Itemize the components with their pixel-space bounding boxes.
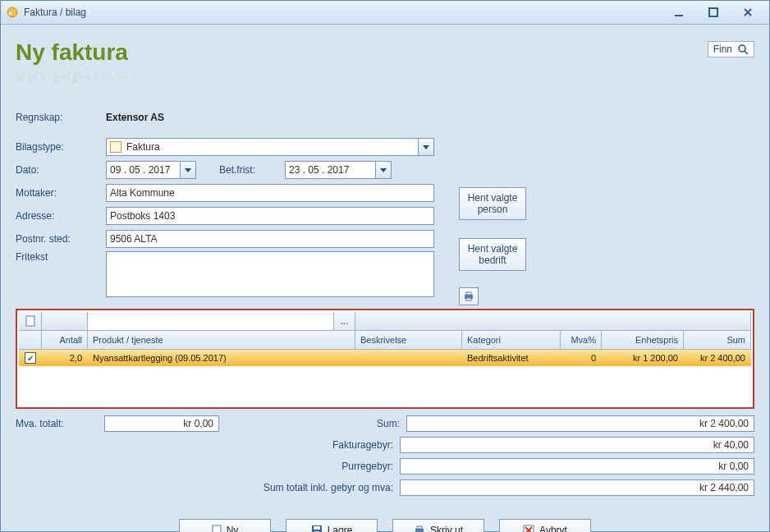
titlebar: Faktura / bilag [1,1,769,25]
chevron-down-icon [180,162,195,178]
betfrist-value: 23 . 05 . 2017 [289,164,349,176]
fritekst-label: Fritekst [16,251,106,263]
minimize-button[interactable] [669,5,689,20]
client-area: Finn Ny faktura Ny faktura Regnskap: Ext… [1,25,769,532]
grid-search-input[interactable] [88,312,334,330]
hent-person-button[interactable]: Hent valgte person [459,187,526,220]
col-produkt[interactable]: Produkt / tjeneste [88,331,355,349]
dato-label: Dato: [16,164,106,176]
purregebyr-label: Purregebyr: [213,461,400,472]
svg-rect-2 [709,8,717,16]
cell-sum: kr 2 400,00 [684,353,751,363]
cell-kategori: Bedriftsaktivitet [462,353,561,363]
grid-toolbar: ... [19,312,751,331]
svg-line-4 [745,51,748,54]
maximize-button[interactable] [704,5,723,20]
document-icon [110,141,121,153]
fakturagebyr-label: Fakturagebyr: [213,439,400,451]
svg-rect-13 [415,529,424,532]
cell-enhetspris: kr 1 200,00 [602,353,684,363]
printer-icon [463,291,474,301]
svg-rect-11 [314,526,320,530]
print-icon-button[interactable] [459,287,479,305]
avbryt-button[interactable]: Avbryt [499,519,591,532]
col-sum[interactable]: Sum [684,331,751,349]
col-mva[interactable]: Mva% [561,331,602,349]
svg-rect-6 [466,292,471,295]
sum-value: kr 2 400,00 [406,415,754,432]
grand-total-value: kr 2 440,00 [400,479,754,496]
svg-rect-7 [466,298,471,300]
svg-rect-14 [417,526,422,529]
mva-totalt-label: Mva. totalt: [16,418,104,429]
form: Regnskap: Extensor AS Bilagstype: Faktur… [16,107,754,297]
ny-button[interactable]: Ny [179,519,271,532]
svg-rect-8 [26,316,34,326]
cancel-icon [523,525,534,532]
dato-input[interactable]: 09 . 05 . 2017 [106,161,196,179]
printer-icon [414,525,425,532]
grid-browse-button[interactable]: ... [334,312,355,330]
table-row[interactable]: ✔ 2,0 Nyansattkartlegging (09.05.2017) B… [19,350,751,366]
chevron-down-icon [375,162,391,178]
regnskap-value: Extensor AS [106,112,164,123]
search-icon [737,44,749,55]
grid-header: Antall Produkt / tjeneste Beskrivelse Ka… [19,331,751,350]
hent-bedrift-button[interactable]: Hent valgte bedrift [459,238,526,271]
page-title-reflection: Ny faktura [16,61,754,87]
regnskap-label: Regnskap: [16,112,106,123]
mottaker-label: Mottaker: [16,187,106,199]
finn-button[interactable]: Finn [708,41,754,57]
grand-total-label: Sum totalt inkl. gebyr og mva: [213,482,400,493]
mottaker-input[interactable]: Alta Kommune [106,184,434,202]
bilagstype-select[interactable]: Faktura [106,138,434,156]
cell-produkt: Nyansattkartlegging (09.05.2017) [88,353,355,363]
action-bar: Ny Lagre Skriv ut Avbryt [16,519,754,532]
sum-label: Sum: [219,418,406,429]
row-checkbox[interactable]: ✔ [25,352,36,364]
dato-value: 09 . 05 . 2017 [110,164,170,176]
fritekst-input[interactable] [106,251,434,297]
lagre-button[interactable]: Lagre [286,519,378,532]
col-antall[interactable]: Antall [42,331,88,349]
purregebyr-value[interactable]: kr 0,00 [400,458,754,475]
cell-mva: 0 [561,353,602,363]
grid-empty-area [19,366,751,406]
postnr-input[interactable]: 9506 ALTA [106,230,434,248]
betfrist-input[interactable]: 23 . 05 . 2017 [285,161,392,179]
skrivut-button[interactable]: Skriv ut [392,519,484,532]
col-kategori[interactable]: Kategori [462,331,561,349]
window-title: Faktura / bilag [24,7,86,18]
finn-label: Finn [713,44,732,55]
svg-rect-1 [675,15,683,16]
svg-point-3 [739,45,745,52]
new-line-icon[interactable] [19,312,42,330]
mva-totalt-value: kr 0,00 [104,415,219,432]
chevron-down-icon [418,139,433,155]
line-items-grid: ... Antall Produkt / tjeneste Beskrivels… [16,309,754,409]
new-icon [212,525,222,532]
app-window: Faktura / bilag Finn Ny faktura Ny faktu… [0,0,770,532]
bilagstype-value: Faktura [126,141,160,153]
close-button[interactable] [738,5,758,20]
adresse-label: Adresse: [16,210,106,222]
fakturagebyr-value[interactable]: kr 40,00 [400,437,754,453]
cell-antall: 2,0 [42,353,88,363]
bilagstype-label: Bilagstype: [16,141,106,153]
svg-rect-9 [213,525,221,532]
app-icon [6,6,19,19]
totals: Mva. totalt: kr 0,00 Sum: kr 2 400,00 Fa… [16,414,754,498]
betfrist-label: Bet.frist: [219,164,285,176]
col-enhetspris[interactable]: Enhetspris [602,331,684,349]
col-beskrivelse[interactable]: Beskrivelse [355,331,462,349]
postnr-label: Postnr. sted: [16,233,106,245]
window-controls [669,5,764,20]
adresse-input[interactable]: Postboks 1403 [106,207,434,225]
save-icon [311,525,323,532]
